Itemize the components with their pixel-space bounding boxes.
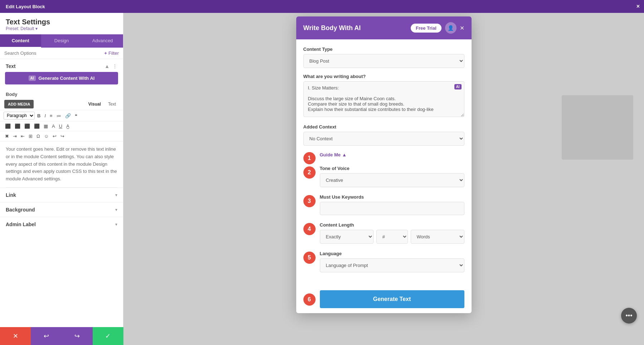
formatting-bar-2: ⬛ ⬛ ⬛ ⬛ ▦ A U A̲	[0, 121, 123, 131]
emoji-button[interactable]: ☺	[43, 133, 50, 140]
content-length-row: Exactly At Least At Most Between # 100 2…	[320, 230, 464, 244]
step-2-circle: 2	[303, 166, 316, 179]
text-section-title: Text	[6, 63, 16, 69]
step-2-content: Tone of Voice Creative Professional Casu…	[320, 166, 464, 193]
background-section-title: Background	[6, 207, 35, 213]
ai-modal: Write Body With AI Free Trial 👤 × Conten…	[296, 16, 472, 313]
chevron-up-icon[interactable]: ▲	[104, 63, 109, 69]
tab-visual[interactable]: Visual	[86, 100, 104, 108]
clear-format-button[interactable]: ✖	[4, 133, 10, 140]
align-center-button[interactable]: ⬛	[13, 123, 22, 130]
table-button[interactable]: ▦	[42, 123, 49, 130]
tab-text[interactable]: Text	[105, 100, 119, 108]
added-context-select[interactable]: No Context Page Content Custom	[303, 132, 464, 146]
quote-button[interactable]: ❝	[73, 112, 79, 119]
sidebar-header: Text Settings Preset: Default ▾	[0, 13, 123, 34]
bg-color-button[interactable]: A̲	[65, 123, 71, 130]
step-3-content: Must Use Keywords	[320, 194, 464, 221]
editor-toolbar: ADD MEDIA Visual Text	[0, 98, 123, 110]
content-type-label: Content Type	[303, 47, 464, 52]
outdent-button[interactable]: ⇤	[19, 133, 26, 140]
language-select[interactable]: Language of Prompt English Spanish Frenc…	[320, 258, 464, 272]
admin-label-section[interactable]: Admin Label ▾	[0, 217, 123, 232]
words-select[interactable]: Words Sentences Paragraphs	[411, 230, 464, 244]
special-char-button[interactable]: Ω	[35, 133, 42, 140]
step-1-row: 1 Guide Me ▲	[303, 151, 464, 164]
underline-button[interactable]: U	[58, 123, 64, 130]
admin-label-chevron-icon: ▾	[115, 222, 117, 227]
sidebar: Text Settings Preset: Default ▾ Content …	[0, 13, 123, 345]
generate-content-button[interactable]: AI Generate Content With AI	[5, 72, 118, 84]
background-section[interactable]: Background ▾	[0, 202, 123, 217]
tone-select[interactable]: Creative Professional Casual Formal Humo…	[320, 173, 464, 187]
ordered-list-button[interactable]: ≔	[55, 112, 63, 119]
modal-close-button[interactable]: ×	[460, 24, 464, 32]
modal-body: Content Type Blog Post Article Social Me…	[296, 39, 472, 287]
added-context-label: Added Context	[303, 124, 464, 130]
unordered-list-button[interactable]: ≡	[48, 112, 54, 119]
align-right-button[interactable]: ⬛	[23, 123, 31, 130]
sidebar-preset[interactable]: Preset: Default ▾	[6, 26, 117, 31]
step-4-circle: 4	[303, 223, 316, 235]
modal-overlay: Write Body With AI Free Trial 👤 × Conten…	[123, 13, 644, 345]
italic-button[interactable]: I	[43, 112, 47, 119]
plus-icon: +	[104, 50, 107, 56]
sidebar-tabs: Content Design Advanced	[0, 34, 123, 48]
indent-button[interactable]: ⇥	[11, 133, 18, 140]
confirm-button[interactable]: ✓	[93, 327, 123, 345]
redo-icon: ↪	[74, 332, 80, 340]
filter-button[interactable]: + Filter	[104, 50, 119, 56]
add-media-button[interactable]: ADD MEDIA	[4, 100, 34, 108]
language-group: Language Language of Prompt English Span…	[320, 251, 464, 272]
bold-button[interactable]: B	[36, 112, 42, 119]
more-options-icon[interactable]: ⋮	[112, 63, 117, 69]
link-chevron-icon: ▾	[115, 193, 117, 198]
step-6-row: 6 Generate Text	[296, 287, 472, 312]
link-section[interactable]: Link ▾	[0, 188, 123, 202]
tab-content[interactable]: Content	[0, 34, 41, 48]
writing-textarea[interactable]: I. Size Matters: Discuss the large size …	[303, 81, 464, 117]
align-left-button[interactable]: ⬛	[4, 123, 12, 130]
undo-button[interactable]: ↩	[51, 133, 58, 140]
free-trial-badge[interactable]: Free Trial	[411, 24, 441, 33]
paragraph-dropdown[interactable]: Paragraph	[4, 112, 35, 120]
sidebar-footer: ✕ ↩ ↪ ✓	[0, 327, 123, 345]
number-select[interactable]: # 100 200 300 500	[376, 230, 408, 244]
text-color-button[interactable]: A	[50, 123, 57, 130]
admin-label-title: Admin Label	[6, 222, 36, 227]
language-label: Language	[320, 251, 464, 256]
split-button[interactable]: ⊞	[27, 133, 34, 140]
step-5-row: 5 Language Language of Prompt English Sp…	[303, 251, 464, 278]
link-button[interactable]: 🔗	[64, 112, 72, 119]
guide-me-link[interactable]: Guide Me ▲	[320, 152, 347, 157]
step-5-circle: 5	[303, 252, 316, 264]
tab-advanced[interactable]: Advanced	[82, 34, 123, 48]
cancel-icon: ✕	[13, 332, 18, 340]
cancel-button[interactable]: ✕	[0, 327, 31, 345]
search-input[interactable]	[4, 50, 102, 56]
content-type-select[interactable]: Blog Post Article Social Media Post Emai…	[303, 54, 464, 68]
keywords-input[interactable]	[320, 202, 464, 215]
generate-text-button[interactable]: Generate Text	[320, 290, 464, 308]
writing-about-group: What are you writing about? I. Size Matt…	[303, 74, 464, 118]
tab-design[interactable]: Design	[41, 34, 82, 48]
fab-button[interactable]: •••	[621, 308, 637, 324]
link-section-title: Link	[6, 192, 16, 198]
user-avatar-icon: 👤	[445, 22, 457, 34]
redo-button[interactable]: ↪	[59, 133, 66, 140]
align-justify-button[interactable]: ⬛	[33, 123, 41, 130]
writing-about-label: What are you writing about?	[303, 74, 464, 79]
close-icon[interactable]: ×	[636, 3, 640, 10]
undo-footer-button[interactable]: ↩	[31, 327, 62, 345]
content-length-label: Content Length	[320, 222, 464, 228]
exactly-select[interactable]: Exactly At Least At Most Between	[320, 230, 374, 244]
formatting-bar: Paragraph B I ≡ ≔ 🔗 ❝	[0, 110, 123, 121]
redo-footer-button[interactable]: ↪	[62, 327, 93, 345]
section-controls: ▲ ⋮	[104, 63, 117, 69]
formatting-bar-3: ✖ ⇥ ⇤ ⊞ Ω ☺ ↩ ↪	[0, 131, 123, 141]
content-length-group: Content Length Exactly At Least At Most …	[320, 222, 464, 244]
ai-badge: AI	[454, 84, 462, 89]
step-3-circle: 3	[303, 195, 316, 207]
textarea-wrapper: I. Size Matters: Discuss the large size …	[303, 81, 464, 118]
search-bar: + Filter	[0, 48, 123, 59]
